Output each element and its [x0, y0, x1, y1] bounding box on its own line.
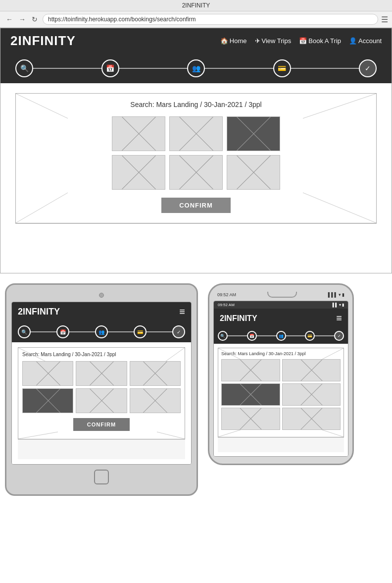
tablet-date-icon: 📅	[60, 329, 66, 335]
browser-nav-bar: ← → ↻ https://toinfinity.herokuapp.com/b…	[0, 11, 392, 27]
tablet-search-icon: 🔍	[21, 329, 27, 335]
desktop-main-content: Search: Mars Landing / 30-Jan-2021 / 3pp…	[0, 83, 392, 273]
tablet-camera	[99, 293, 104, 298]
tablet-cell-6	[130, 388, 181, 413]
phone-footer	[218, 437, 344, 452]
phone-payment-icon: 💳	[307, 334, 312, 338]
phone-notch	[267, 292, 297, 298]
back-button[interactable]: ←	[4, 14, 15, 24]
phone-cell-5	[221, 408, 280, 430]
phone-cell-2	[282, 359, 341, 381]
tablet-step-group: 👥	[95, 325, 108, 338]
phone-status-time: 09:52 AM	[218, 303, 235, 307]
phone-cell-3	[221, 383, 280, 406]
phone-search-icon: 🔍	[220, 334, 225, 338]
battery-icon: ▮	[342, 292, 344, 297]
desktop-section: 2INFINITY 🏠 Home ✈ View Trips 📅 Book A T…	[0, 28, 392, 273]
phone-status-icons: ▌▌▌ ▾ ▮	[328, 292, 344, 297]
progress-step-search: 🔍	[15, 59, 33, 77]
confirm-step-icon: ✓	[365, 64, 371, 72]
browser-chrome: 2INFINITY ← → ↻ https://toinfinity.herok…	[0, 0, 392, 28]
tablet-screen: 2INFINITY ≡ 🔍 📅 👥 💳 ✓	[11, 302, 192, 465]
phone-group-icon: 👥	[279, 334, 284, 338]
tablet-group-icon: 👥	[98, 329, 104, 335]
tablet-cell-3	[130, 361, 181, 386]
wifi-icon: ▾	[339, 292, 341, 297]
phone-date-icon: 📅	[249, 334, 254, 338]
tablet-search-label: Search: Mars Landing / 30-Jan-2021 / 3pp…	[22, 352, 181, 357]
tablet-home-button[interactable]	[94, 470, 109, 484]
phone-image-grid	[221, 359, 341, 430]
tablet-cell-5	[76, 388, 127, 413]
site-nav: 🏠 Home ✈ View Trips 📅 Book A Trip 👤 Acco…	[220, 37, 382, 45]
phone-step-payment: 💳	[305, 331, 315, 341]
phone-confirm-icon: ✓	[338, 334, 341, 338]
phone-wifi-icon: ▾	[339, 303, 341, 307]
phone-cell-6	[282, 408, 341, 430]
home-icon: 🏠	[220, 37, 228, 45]
refresh-button[interactable]: ↻	[30, 14, 40, 24]
phone-hamburger-icon[interactable]: ≡	[336, 313, 342, 324]
phone-logo: 2INFINITY	[220, 314, 257, 323]
grid-cell-1	[112, 116, 165, 151]
phone-step-date: 📅	[247, 331, 257, 341]
phone-step-group: 👥	[276, 331, 286, 341]
tablet-header: 2INFINITY ≡	[12, 302, 191, 321]
tablet-main-content: Search: Mars Landing / 30-Jan-2021 / 3pp…	[12, 342, 191, 464]
phone-status-bar: 09:52 AM ▌▌ ▾ ▮	[214, 301, 348, 309]
tablet-step-confirm: ✓	[172, 325, 185, 338]
forward-button[interactable]: →	[17, 14, 28, 24]
browser-menu-button[interactable]: ☰	[381, 15, 388, 24]
nav-view-trips-link[interactable]: ✈ View Trips	[255, 37, 292, 45]
browser-title-bar: 2INFINITY	[0, 0, 392, 11]
grid-cell-3	[227, 116, 280, 151]
page-title: 2INFINITY	[182, 2, 210, 9]
phone-step-confirm: ✓	[334, 331, 344, 341]
desktop-image-grid	[112, 116, 280, 190]
tablet-logo: 2INFINITY	[18, 307, 60, 317]
tablet-image-grid	[22, 361, 181, 413]
phone-main-content: Search: Mars Landing / 30-Jan-2021 / 3pp…	[214, 344, 348, 456]
site-logo: 2INFINITY	[10, 33, 76, 49]
phone-battery-icon: ▮	[342, 303, 344, 307]
plane-icon: ✈	[255, 37, 260, 45]
phone-status-right: ▌▌ ▾ ▮	[333, 303, 344, 307]
desktop-wireframe-container: Search: Mars Landing / 30-Jan-2021 / 3pp…	[15, 93, 377, 223]
phone-step-search: 🔍	[218, 331, 228, 341]
address-bar[interactable]: https://toinfinity.herokuapp.com/booking…	[43, 14, 378, 25]
tablet-cell-1	[22, 361, 73, 386]
phone-time: 09:52 AM	[217, 292, 236, 297]
date-step-icon: 📅	[106, 64, 114, 72]
nav-buttons: ← → ↻	[4, 14, 40, 24]
tablet-confirm-button[interactable]: CONFIRM	[73, 418, 130, 431]
nav-account-link[interactable]: 👤 Account	[349, 37, 382, 45]
nav-book-trip-link[interactable]: 📅 Book A Trip	[299, 37, 341, 45]
calendar-icon: 📅	[299, 37, 307, 45]
progress-step-payment: 💳	[273, 59, 291, 77]
tablet-confirm-icon: ✓	[177, 329, 181, 335]
progress-step-group: 👥	[187, 59, 205, 77]
desktop-footer-area	[15, 223, 377, 263]
tablet-footer	[18, 439, 185, 459]
phone-signal-icon: ▌▌	[333, 303, 338, 307]
site-header: 2INFINITY 🏠 Home ✈ View Trips 📅 Book A T…	[0, 28, 392, 53]
search-step-icon: 🔍	[20, 64, 29, 72]
tablet-hamburger-icon[interactable]: ≡	[179, 306, 185, 318]
phone-notch-area: 09:52 AM ▌▌▌ ▾ ▮	[213, 292, 348, 301]
grid-cell-5	[169, 155, 223, 190]
phone-screen: 09:52 AM ▌▌ ▾ ▮ 2INFINITY ≡ 🔍 📅	[213, 301, 348, 457]
group-step-icon: 👥	[192, 64, 200, 72]
desktop-search-label: Search: Mars Landing / 30-Jan-2021 / 3pp…	[23, 101, 369, 108]
phone-progress-bar: 🔍 📅 👥 💳 ✓	[214, 328, 348, 344]
phone-header: 2INFINITY ≡	[214, 309, 348, 328]
grid-cell-2	[169, 116, 223, 151]
tablet-payment-icon: 💳	[137, 329, 143, 335]
grid-cell-6	[227, 155, 280, 190]
tablet-frame: 2INFINITY ≡ 🔍 📅 👥 💳 ✓	[5, 283, 198, 496]
progress-step-date: 📅	[101, 59, 119, 77]
progress-step-confirm: ✓	[359, 59, 377, 77]
tablet-step-date: 📅	[56, 325, 69, 338]
nav-home-link[interactable]: 🏠 Home	[220, 37, 247, 45]
desktop-progress-bar: 🔍 📅 👥 💳 ✓	[0, 53, 392, 83]
desktop-confirm-button[interactable]: CONFIRM	[161, 198, 231, 213]
